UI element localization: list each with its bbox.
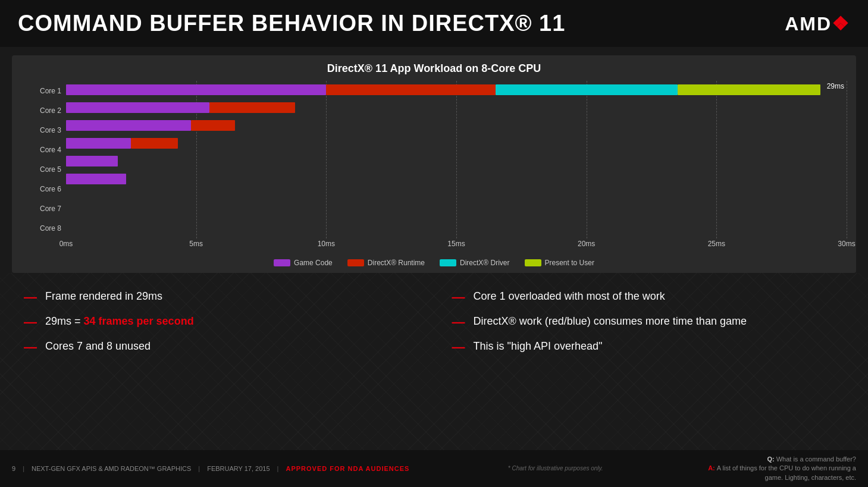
footer-left: 9 | NEXT-GEN GFX APIS & AMD RADEON™ GRAP… <box>12 465 409 472</box>
bar-row <box>66 117 847 134</box>
bullet-dash-4: — <box>452 291 465 304</box>
footer-left-text: NEXT-GEN GFX APIS & AMD RADEON™ GRAPHICS <box>32 465 191 472</box>
y-label: Core 2 <box>21 100 66 120</box>
y-label: Core 7 <box>21 199 66 219</box>
legend-color-box <box>347 259 364 266</box>
bar-segment <box>66 84 326 95</box>
bullet-column-left: — Frame rendered in 29ms — 29ms = 34 fra… <box>24 290 416 365</box>
x-axis: 0ms5ms10ms15ms20ms25ms30ms <box>66 240 847 256</box>
chart-area: Core 1Core 2Core 3Core 4Core 5Core 6Core… <box>21 81 847 256</box>
bar-segment <box>496 84 678 95</box>
y-label: Core 5 <box>21 160 66 180</box>
chart-container: DirectX® 11 App Workload on 8-Core CPU C… <box>12 55 856 273</box>
x-label: 10ms <box>318 240 335 248</box>
bar-segment <box>326 84 495 95</box>
legend-item: DirectX® Driver <box>440 259 510 267</box>
bullet-text-4: Core 1 overloaded with most of the work <box>474 290 665 303</box>
y-label: Core 8 <box>21 219 66 238</box>
bullet-text-6: This is "high API overhead" <box>474 340 603 353</box>
bullet-item-1: — Frame rendered in 29ms <box>24 290 416 304</box>
legend-label: DirectX® Runtime <box>368 259 425 267</box>
x-label: 30ms <box>838 240 855 248</box>
bullet-dash-3: — <box>24 341 37 354</box>
bars-container: 29ms <box>66 81 847 238</box>
content-section: — Frame rendered in 29ms — 29ms = 34 fra… <box>0 279 868 365</box>
x-label: 5ms <box>189 240 203 248</box>
footer: 9 | NEXT-GEN GFX APIS & AMD RADEON™ GRAP… <box>0 450 868 487</box>
footer-answer-text: A list of things for the CPU to do when … <box>717 464 856 480</box>
x-label: 20ms <box>578 240 595 248</box>
bullet-text-2: 29ms = 34 frames per second <box>45 315 194 328</box>
bar-row <box>66 170 847 188</box>
bar-row <box>66 81 847 99</box>
bar-row <box>66 152 847 170</box>
y-label: Core 4 <box>21 140 66 159</box>
bullet-dash-6: — <box>452 341 465 354</box>
legend-item: Present to User <box>525 259 594 267</box>
bar-segment <box>131 138 178 149</box>
header: COMMAND BUFFER BEHAVIOR IN DIRECTX® 11 A… <box>0 0 868 47</box>
chart-title: DirectX® 11 App Workload on 8-Core CPU <box>21 62 847 75</box>
bullet-item-4: — Core 1 overloaded with most of the wor… <box>452 290 845 304</box>
legend-color-box <box>525 259 541 266</box>
bullet-text-1: Frame rendered in 29ms <box>45 290 162 303</box>
x-label: 0ms <box>59 240 73 248</box>
bullet-column-right: — Core 1 overloaded with most of the wor… <box>452 290 845 365</box>
y-label: Core 3 <box>21 120 66 140</box>
bullet-dash-1: — <box>24 291 37 304</box>
y-axis-labels: Core 1Core 2Core 3Core 4Core 5Core 6Core… <box>21 81 66 238</box>
footer-page: 9 <box>12 465 15 472</box>
amd-logo: AMD❖ <box>785 12 850 35</box>
legend-color-box <box>440 259 456 266</box>
footer-question: Q: <box>767 455 776 463</box>
bar-row <box>66 206 847 224</box>
x-label: 25ms <box>708 240 725 248</box>
chart-legend: Game CodeDirectX® RuntimeDirectX® Driver… <box>21 259 847 267</box>
footer-nda: APPROVED FOR NDA AUDIENCES <box>286 465 409 472</box>
y-label: Core 6 <box>21 180 66 199</box>
footer-answer-label: A: <box>708 464 717 472</box>
bullet-item-6: — This is "high API overhead" <box>452 340 845 354</box>
grid-line <box>847 81 847 238</box>
footer-date: FEBRUARY 17, 2015 <box>207 465 270 472</box>
bullet-item-2: — 29ms = 34 frames per second <box>24 315 416 329</box>
bar-segment <box>66 102 209 113</box>
footer-question-text: What is a command buffer? <box>776 455 856 463</box>
bar-row <box>66 99 847 117</box>
legend-item: DirectX® Runtime <box>347 259 425 267</box>
bar-segment <box>66 174 126 184</box>
bar-segment <box>678 84 821 95</box>
bar-row <box>66 134 847 152</box>
legend-label: Present to User <box>545 259 594 267</box>
page-title: COMMAND BUFFER BEHAVIOR IN DIRECTX® 11 <box>18 11 565 36</box>
y-label: Core 1 <box>21 81 66 100</box>
legend-label: Game Code <box>294 259 333 267</box>
highlight-fps: 34 frames per second <box>84 315 194 327</box>
bullet-text-3: Cores 7 and 8 unused <box>45 340 151 353</box>
bullet-item-5: — DirectX® work (red/blue) consumes more… <box>452 315 845 329</box>
bar-segment <box>66 138 131 149</box>
bar-segment <box>191 120 235 131</box>
bullet-dash-2: — <box>24 316 37 329</box>
x-label: 15ms <box>447 240 465 248</box>
legend-label: DirectX® Driver <box>460 259 510 267</box>
footer-chart-note: * Chart for illustrative purposes only. <box>409 465 701 472</box>
bar-segment <box>209 102 295 113</box>
bullet-text-5: DirectX® work (red/blue) consumes more t… <box>474 315 747 328</box>
bar-row <box>66 188 847 206</box>
footer-qa: Q: What is a command buffer? A: A list o… <box>701 455 856 482</box>
legend-color-box <box>274 259 290 266</box>
bullet-item-3: — Cores 7 and 8 unused <box>24 340 416 354</box>
bullet-dash-5: — <box>452 316 465 329</box>
legend-item: Game Code <box>274 259 333 267</box>
bar-segment <box>66 156 118 166</box>
bar-segment <box>66 120 191 131</box>
